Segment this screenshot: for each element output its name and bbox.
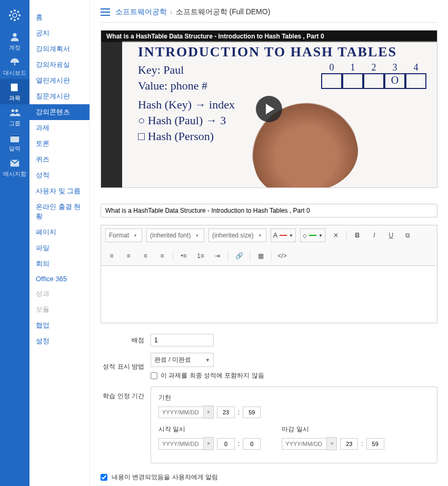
due-date-input[interactable] xyxy=(158,406,203,418)
clear-format-button[interactable]: ✕ xyxy=(330,229,342,242)
course-nav-item[interactable]: Office 365 xyxy=(29,272,89,286)
course-nav-item[interactable]: 질문게시판 xyxy=(29,88,89,104)
align-center-button[interactable]: ≡ xyxy=(122,250,135,262)
course-nav-item[interactable]: 사용자 및 그룹 xyxy=(29,183,89,199)
course-nav-item[interactable]: 모듈 xyxy=(29,302,89,318)
bold-button[interactable]: B xyxy=(351,229,364,242)
menu-toggle-icon[interactable] xyxy=(101,8,110,16)
exclude-label: 이 과제를 최종 성적에 포함하지 않음 xyxy=(161,371,264,380)
align-justify-button[interactable]: ≡ xyxy=(156,250,168,262)
notify-checkbox[interactable] xyxy=(101,474,107,481)
bg-color-button[interactable]: ◇▼ xyxy=(300,229,325,242)
end-label: 마감 일시 xyxy=(282,425,384,434)
course-nav-item[interactable]: 공지 xyxy=(29,25,89,41)
course-nav-item[interactable]: 강의자료실 xyxy=(29,57,89,73)
course-nav-item[interactable]: 토론 xyxy=(29,136,89,152)
course-nav-item[interactable]: 파일 xyxy=(29,240,89,256)
nav-dashboard-label: 대시보드 xyxy=(3,69,26,77)
course-nav-item[interactable]: 퀴즈 xyxy=(29,152,89,167)
indent-button[interactable]: ⇥ xyxy=(211,250,224,262)
start-label: 시작 일시 xyxy=(158,425,261,434)
size-select[interactable]: (inherited size) xyxy=(208,229,266,242)
ol-button[interactable]: 1≡ xyxy=(194,250,207,262)
align-right-button[interactable]: ≡ xyxy=(139,250,152,262)
clear-icon[interactable]: × xyxy=(203,437,214,450)
insert-link-button[interactable]: 🔗 xyxy=(233,250,245,262)
wb-title: INTRODUCTION TO HASH TABLES xyxy=(138,44,437,60)
nav-inbox[interactable]: 메시지함 xyxy=(0,155,29,180)
svg-point-4 xyxy=(19,15,21,16)
svg-point-1 xyxy=(14,10,16,12)
nav-calendar[interactable]: 달력 xyxy=(0,130,29,155)
ul-button[interactable]: •≡ xyxy=(177,250,190,262)
italic-button[interactable]: I xyxy=(368,229,381,242)
groups-icon xyxy=(9,107,21,118)
nav-courses-label: 과목 xyxy=(9,94,21,102)
svg-point-2 xyxy=(14,19,16,21)
course-nav-item[interactable]: 설정 xyxy=(29,333,89,349)
nav-account[interactable]: 계정 xyxy=(0,28,29,54)
text-color-button[interactable]: A▼ xyxy=(271,229,296,242)
grade-method-label: 성적 표시 방법 xyxy=(101,362,151,371)
course-nav-item[interactable]: 강의콘텐츠 xyxy=(29,104,89,120)
due-hour-input[interactable] xyxy=(217,406,235,418)
due-min-input[interactable] xyxy=(243,406,261,418)
exclude-checkbox[interactable] xyxy=(151,372,157,379)
book-icon xyxy=(9,82,21,93)
clear-icon[interactable]: × xyxy=(203,405,214,419)
end-min-input[interactable] xyxy=(366,438,384,450)
font-select[interactable]: (inherited font) xyxy=(146,229,204,242)
nav-calendar-label: 달력 xyxy=(9,145,21,153)
svg-point-7 xyxy=(11,18,12,19)
global-nav: 계정 대시보드 과목 그룹 달력 메시지함 xyxy=(0,0,29,486)
course-nav-item[interactable]: 강의계획서 xyxy=(29,41,89,57)
score-input[interactable] xyxy=(151,334,214,346)
clear-icon[interactable]: × xyxy=(326,437,337,450)
course-nav-item[interactable]: 열린게시판 xyxy=(29,73,89,88)
content-title-input[interactable] xyxy=(101,204,437,217)
course-nav-item[interactable]: 페이지 xyxy=(29,224,89,240)
period-label: 학습 인정 기간 xyxy=(101,386,151,401)
editor-toolbar: Format (inherited font) (inherited size)… xyxy=(101,225,437,265)
start-date-input[interactable] xyxy=(158,438,203,450)
svg-point-12 xyxy=(15,109,18,112)
svg-point-8 xyxy=(17,18,19,19)
breadcrumb: 소프트웨어공학 › 소프트웨어공학 (Full DEMO) xyxy=(101,7,437,17)
end-date-input[interactable] xyxy=(282,438,326,450)
video-preview[interactable]: INTRODUCTION TO HASH TABLES Key: Paul Va… xyxy=(101,30,437,188)
nav-account-label: 계정 xyxy=(9,44,21,52)
nav-groups[interactable]: 그룹 xyxy=(0,104,29,130)
svg-point-0 xyxy=(13,13,17,17)
link-icon[interactable]: ⧉ xyxy=(402,229,414,242)
course-nav-item[interactable]: 온라인 출결 현황 xyxy=(29,199,89,224)
editor-body[interactable] xyxy=(101,265,437,323)
grade-method-select[interactable]: 완료 / 미완료 xyxy=(151,353,214,367)
play-button[interactable] xyxy=(256,96,282,122)
course-nav-item[interactable]: 성적 xyxy=(29,167,89,183)
svg-point-11 xyxy=(12,109,14,112)
course-nav-item[interactable]: 회의 xyxy=(29,256,89,272)
svg-point-6 xyxy=(17,11,19,13)
start-min-input[interactable] xyxy=(243,438,261,450)
svg-rect-14 xyxy=(11,134,19,136)
start-hour-input[interactable] xyxy=(217,438,235,450)
align-left-button[interactable]: ≡ xyxy=(105,250,118,262)
app-logo-icon xyxy=(8,8,22,22)
nav-dashboard[interactable]: 대시보드 xyxy=(0,54,29,79)
due-label: 기한 xyxy=(158,393,430,402)
svg-point-3 xyxy=(9,15,11,16)
course-nav-item[interactable]: 협업 xyxy=(29,318,89,333)
underline-button[interactable]: U xyxy=(385,229,397,242)
course-nav-item[interactable]: 성과 xyxy=(29,286,89,302)
divider xyxy=(101,22,437,23)
course-nav-item[interactable]: 홈 xyxy=(29,9,89,25)
nav-courses[interactable]: 과목 xyxy=(0,79,29,104)
format-select[interactable]: Format xyxy=(105,229,142,242)
course-nav: 홈공지강의계획서강의자료실열린게시판질문게시판강의콘텐츠과제토론퀴즈성적사용자 … xyxy=(29,0,90,486)
user-icon xyxy=(9,31,21,43)
table-button[interactable]: ▦ xyxy=(254,250,267,262)
course-nav-item[interactable]: 과제 xyxy=(29,120,89,136)
code-button[interactable]: </> xyxy=(276,250,288,262)
breadcrumb-course[interactable]: 소프트웨어공학 xyxy=(115,7,167,17)
end-hour-input[interactable] xyxy=(340,438,358,450)
